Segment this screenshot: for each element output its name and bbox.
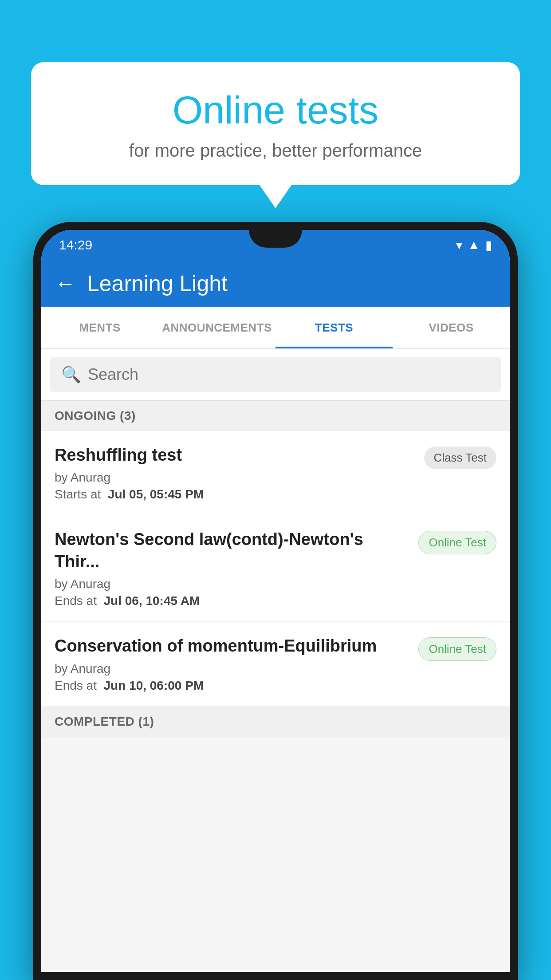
tab-tests[interactable]: TESTS xyxy=(276,307,393,348)
ongoing-header: ONGOING (3) xyxy=(41,401,510,431)
search-bar[interactable]: 🔍 xyxy=(50,357,501,392)
test-title-newtons: Newton's Second law(contd)-Newton's Thir… xyxy=(55,529,409,573)
tab-videos-label: VIDEOS xyxy=(429,321,473,335)
search-container: 🔍 xyxy=(41,349,510,401)
battery-icon: ▮ xyxy=(485,238,492,253)
test-author-newtons: by Anurag xyxy=(55,577,409,591)
test-time-newtons: Ends at Jul 06, 10:45 AM xyxy=(55,594,409,608)
status-time: 14:29 xyxy=(59,237,92,253)
tab-ments[interactable]: MENTS xyxy=(41,307,158,348)
tab-announcements-label: ANNOUNCEMENTS xyxy=(162,321,272,335)
search-icon: 🔍 xyxy=(61,365,81,384)
tab-videos[interactable]: VIDEOS xyxy=(393,307,510,348)
badge-class-test: Class Test xyxy=(424,447,496,469)
app-bar: ← Learning Light xyxy=(41,260,510,307)
wifi-icon: ▾ xyxy=(456,238,462,253)
completed-header: COMPLETED (1) xyxy=(41,707,510,737)
badge-online-test-conservation: Online Test xyxy=(418,637,496,661)
app-title: Learning Light xyxy=(87,271,228,296)
test-author-conservation: by Anurag xyxy=(55,662,409,676)
bubble-subtitle: for more practice, better performance xyxy=(53,141,498,161)
test-info-conservation: Conservation of momentum-Equilibrium by … xyxy=(55,635,409,692)
test-time-conservation: Ends at Jun 10, 06:00 PM xyxy=(55,679,409,693)
signal-icon: ▲ xyxy=(468,238,480,252)
tab-ments-label: MENTS xyxy=(79,321,121,335)
test-time-reshuffling: Starts at Jul 05, 05:45 PM xyxy=(55,487,415,502)
tab-announcements[interactable]: ANNOUNCEMENTS xyxy=(158,307,276,348)
test-info-reshuffling: Reshuffling test by Anurag Starts at Jul… xyxy=(55,444,415,502)
search-input[interactable] xyxy=(88,365,490,384)
test-item-newtons[interactable]: Newton's Second law(contd)-Newton's Thir… xyxy=(41,515,510,622)
status-icons: ▾ ▲ ▮ xyxy=(456,238,492,253)
phone-frame: 14:29 ▾ ▲ ▮ ← Learning Light MENTS ANNOU… xyxy=(33,222,518,980)
test-item-reshuffling[interactable]: Reshuffling test by Anurag Starts at Jul… xyxy=(41,431,510,515)
test-item-conservation[interactable]: Conservation of momentum-Equilibrium by … xyxy=(41,622,510,706)
speech-bubble: Online tests for more practice, better p… xyxy=(31,62,520,185)
phone-screen: 14:29 ▾ ▲ ▮ ← Learning Light MENTS ANNOU… xyxy=(41,230,510,972)
back-button[interactable]: ← xyxy=(55,271,76,296)
bubble-title: Online tests xyxy=(53,89,498,132)
test-author-reshuffling: by Anurag xyxy=(55,470,415,485)
badge-online-test-newtons: Online Test xyxy=(418,531,496,554)
tab-tests-label: TESTS xyxy=(315,321,353,335)
test-title-reshuffling: Reshuffling test xyxy=(55,444,415,466)
test-title-conservation: Conservation of momentum-Equilibrium xyxy=(55,635,409,657)
test-info-newtons: Newton's Second law(contd)-Newton's Thir… xyxy=(55,529,409,608)
tab-bar: MENTS ANNOUNCEMENTS TESTS VIDEOS xyxy=(41,307,510,349)
